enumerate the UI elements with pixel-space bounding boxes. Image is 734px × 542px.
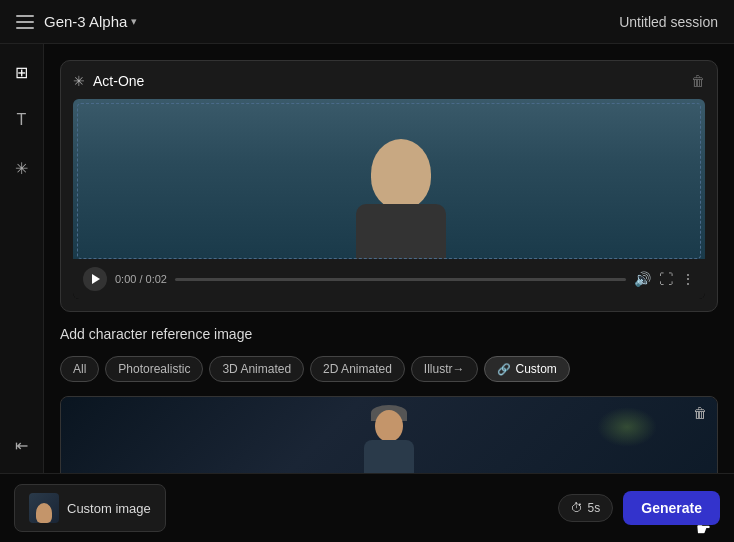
app-name-label: Gen-3 Alpha — [44, 13, 127, 30]
progress-bar[interactable] — [175, 278, 626, 281]
chip-3d-animated[interactable]: 3D Animated — [209, 356, 304, 382]
more-options-icon[interactable]: ⋮ — [681, 271, 695, 287]
app-name-dropdown[interactable]: Gen-3 Alpha ▾ — [44, 13, 137, 30]
clock-icon: ⏱ — [571, 501, 583, 515]
char-ref-section: Add character reference image — [60, 326, 718, 342]
char-image-area: 🗑 — [60, 396, 718, 473]
play-button[interactable] — [83, 267, 107, 291]
bottom-bar: Custom image ⏱ 5s Generate — [0, 473, 734, 542]
custom-image-label: Custom image — [67, 501, 151, 516]
sidebar-icon-text[interactable]: T — [6, 104, 38, 136]
person-icon: ✳ — [15, 159, 28, 178]
char-delete-button[interactable]: 🗑 — [693, 405, 707, 421]
act-one-icon: ✳ — [73, 73, 85, 89]
scene-person-body — [364, 440, 414, 473]
volume-icon[interactable]: 🔊 — [634, 271, 651, 287]
chip-illustr[interactable]: Illustr→ — [411, 356, 478, 382]
sidebar-icon-collapse[interactable]: ⇤ — [6, 429, 38, 461]
sidebar: ⊞ T ✳ ⇤ — [0, 44, 44, 473]
generate-button[interactable]: Generate — [623, 491, 720, 525]
topbar-left: Gen-3 Alpha ▾ — [16, 13, 137, 30]
act-one-header: ✳ Act-One 🗑 — [73, 73, 705, 89]
expand-icon[interactable]: ⛶ — [659, 271, 673, 287]
sidebar-icon-person[interactable]: ✳ — [6, 152, 38, 184]
duration-badge[interactable]: ⏱ 5s — [558, 494, 614, 522]
menu-button[interactable] — [16, 15, 34, 29]
text-icon: T — [17, 111, 27, 129]
time-display: 0:00 / 0:02 — [115, 273, 167, 285]
char-image-wrapper: 🗑 Press to Generate ▼ — [60, 396, 718, 473]
video-person — [341, 119, 461, 259]
chip-all[interactable]: All — [60, 356, 99, 382]
link-icon: 🔗 — [497, 363, 511, 376]
session-title: Untitled session — [619, 14, 718, 30]
chip-photorealistic-label: Photorealistic — [118, 362, 190, 376]
content-area: ✳ Act-One 🗑 0:00 / 0:02 — [44, 44, 734, 473]
scene-lights — [597, 407, 657, 447]
scene-person — [349, 405, 429, 473]
filter-chips: All Photorealistic 3D Animated 2D Animat… — [60, 356, 718, 382]
video-ctrl-icons: 🔊 ⛶ ⋮ — [634, 271, 695, 287]
thumb-figure — [36, 503, 52, 523]
video-container: 0:00 / 0:02 🔊 ⛶ ⋮ — [73, 99, 705, 299]
act-one-title: ✳ Act-One — [73, 73, 144, 89]
chevron-down-icon: ▾ — [131, 15, 137, 28]
chip-custom[interactable]: 🔗 Custom — [484, 356, 570, 382]
thumb-inner — [29, 493, 59, 523]
char-ref-label: Add character reference image — [60, 326, 718, 342]
video-controls: 0:00 / 0:02 🔊 ⛶ ⋮ — [73, 259, 705, 299]
scene-person-head — [375, 410, 403, 442]
char-image-inner — [61, 397, 717, 473]
sidebar-icon-grid[interactable]: ⊞ — [6, 56, 38, 88]
custom-image-thumbnail — [29, 493, 59, 523]
chip-custom-label: Custom — [516, 362, 557, 376]
main-layout: ⊞ T ✳ ⇤ ✳ Act-One 🗑 — [0, 44, 734, 473]
chip-all-label: All — [73, 362, 86, 376]
chip-3d-animated-label: 3D Animated — [222, 362, 291, 376]
custom-image-button[interactable]: Custom image — [14, 484, 166, 532]
video-person-body — [356, 204, 446, 259]
chip-illustr-label: Illustr→ — [424, 362, 465, 376]
collapse-icon: ⇤ — [15, 436, 28, 455]
duration-label: 5s — [588, 501, 601, 515]
chip-2d-animated[interactable]: 2D Animated — [310, 356, 405, 382]
act-one-label: Act-One — [93, 73, 144, 89]
sidebar-bottom: ⇤ — [6, 429, 38, 461]
video-frame — [73, 99, 705, 259]
grid-icon: ⊞ — [15, 63, 28, 82]
act-one-card: ✳ Act-One 🗑 0:00 / 0:02 — [60, 60, 718, 312]
video-person-head — [371, 139, 431, 209]
act-one-delete-button[interactable]: 🗑 — [691, 73, 705, 89]
topbar: Gen-3 Alpha ▾ Untitled session — [0, 0, 734, 44]
chip-2d-animated-label: 2D Animated — [323, 362, 392, 376]
chip-photorealistic[interactable]: Photorealistic — [105, 356, 203, 382]
